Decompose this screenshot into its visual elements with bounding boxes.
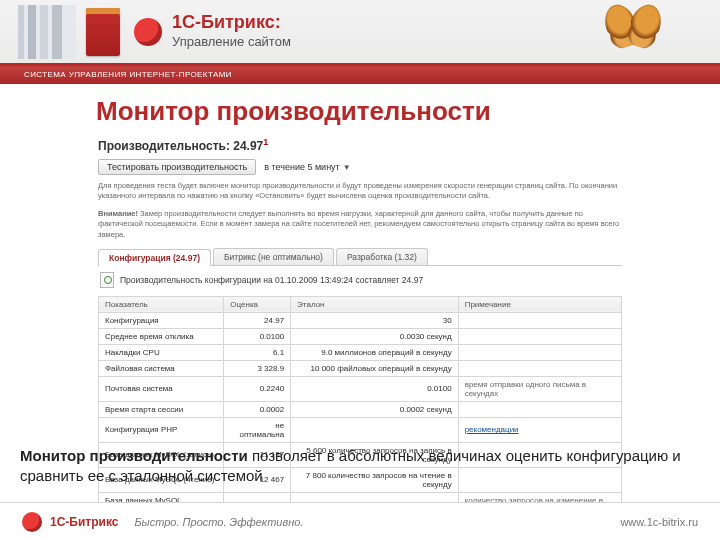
brand-subtitle: Управление сайтом — [172, 33, 291, 51]
footer-logo-icon — [22, 512, 42, 532]
caption-bold: Монитор производительности — [20, 447, 248, 464]
table-header-row: ПоказательОценкаЭталонПримечание — [99, 296, 622, 312]
metric-note — [458, 312, 621, 328]
metric-note — [458, 344, 621, 360]
config-summary-text: Производительность конфигурации на 01.10… — [120, 275, 423, 285]
metric-note[interactable]: рекомендации — [458, 417, 621, 442]
table-row: Конфигурация PHPне оптимальнарекомендаци… — [99, 417, 622, 442]
page-title: Монитор производительности — [0, 84, 720, 137]
header-band: 1С-Битрикс: Управление сайтом — [0, 0, 720, 66]
metric-name: Конфигурация — [99, 312, 224, 328]
product-box-graphic — [86, 8, 120, 56]
metric-value: 0.2240 — [224, 376, 291, 401]
metric-value: 0.0002 — [224, 401, 291, 417]
interval-label: в течение 5 минут — [264, 162, 340, 172]
tab-0[interactable]: Конфигурация (24.97) — [98, 249, 211, 266]
metric-name: Почтовая система — [99, 376, 224, 401]
metric-note — [458, 360, 621, 376]
bitrix-logo-icon — [134, 18, 162, 46]
metric-value: 24.97 — [224, 312, 291, 328]
metric-name: Время старта сессии — [99, 401, 224, 417]
metric-ref: 30 — [291, 312, 459, 328]
warning-text: Замер производительности следует выполня… — [98, 209, 619, 238]
header-subband: СИСТЕМА УПРАВЛЕНИЯ ИНТЕРНЕТ-ПРОЕКТАМИ — [0, 66, 720, 84]
metric-name: Накладки CPU — [99, 344, 224, 360]
table-header-cell: Эталон — [291, 296, 459, 312]
sheet-icon — [100, 272, 114, 288]
metric-ref: 9.0 миллионов операций в секунду — [291, 344, 459, 360]
table-row: Время старта сессии0.00020.0002 секунд — [99, 401, 622, 417]
table-header-cell: Оценка — [224, 296, 291, 312]
test-performance-button[interactable]: Тестировать производительность — [98, 159, 256, 175]
table-row: Накладки CPU6.19.0 миллионов операций в … — [99, 344, 622, 360]
metric-note — [458, 328, 621, 344]
slide-caption: Монитор производительности позволяет в а… — [20, 446, 700, 487]
metric-name: Файловая система — [99, 360, 224, 376]
description-2: Внимание! Замер производительности следу… — [98, 209, 622, 239]
metric-value: 6.1 — [224, 344, 291, 360]
heading-value: 24.97 — [233, 139, 263, 153]
metric-note — [458, 401, 621, 417]
tab-1[interactable]: Битрикс (не оптимально) — [213, 248, 334, 265]
description-1: Для проведения теста будет включен монит… — [98, 181, 622, 201]
table-row: Конфигурация24.9730 — [99, 312, 622, 328]
footer: 1С-Битрикс Быстро. Просто. Эффективно. w… — [0, 502, 720, 540]
butterfly-icon — [606, 4, 660, 52]
table-row: Среднее время отклика0.01000.0030 секунд — [99, 328, 622, 344]
metric-ref — [291, 417, 459, 442]
footer-slogan: Быстро. Просто. Эффективно. — [134, 516, 303, 528]
tab-2[interactable]: Разработка (1.32) — [336, 248, 428, 265]
metric-ref: 0.0030 секунд — [291, 328, 459, 344]
panel-heading: Производительность: 24.971 — [98, 137, 622, 153]
metric-ref: 0.0002 секунд — [291, 401, 459, 417]
metric-value: 0.0100 — [224, 328, 291, 344]
metric-name: Среднее время отклика — [99, 328, 224, 344]
footer-site: www.1c-bitrix.ru — [620, 516, 698, 528]
interval-select[interactable]: в течение 5 минут ▼ — [264, 162, 350, 172]
tabs-row: Конфигурация (24.97)Битрикс (не оптималь… — [98, 248, 622, 266]
metric-value: 3 328.9 — [224, 360, 291, 376]
cityscape-graphic — [18, 5, 76, 59]
brand-block: 1С-Битрикс: Управление сайтом — [134, 13, 291, 51]
metric-ref: 0.0100 — [291, 376, 459, 401]
metric-ref: 10 000 файловых операций в секунду — [291, 360, 459, 376]
table-header-cell: Показатель — [99, 296, 224, 312]
metric-name: Конфигурация PHP — [99, 417, 224, 442]
warning-prefix: Внимание! — [98, 209, 140, 218]
config-summary-line: Производительность конфигурации на 01.10… — [98, 266, 622, 296]
table-header-cell: Примечание — [458, 296, 621, 312]
metric-note: время отправки одного письма в секундах — [458, 376, 621, 401]
metric-value: не оптимальна — [224, 417, 291, 442]
footer-brand: 1С-Битрикс — [50, 515, 118, 529]
heading-footnote: 1 — [263, 137, 268, 147]
table-row: Файловая система3 328.910 000 файловых о… — [99, 360, 622, 376]
table-row: Почтовая система0.22400.0100время отправ… — [99, 376, 622, 401]
brand-title: 1С-Битрикс: — [172, 12, 281, 32]
heading-label: Производительность: — [98, 139, 230, 153]
chevron-down-icon: ▼ — [343, 163, 351, 172]
